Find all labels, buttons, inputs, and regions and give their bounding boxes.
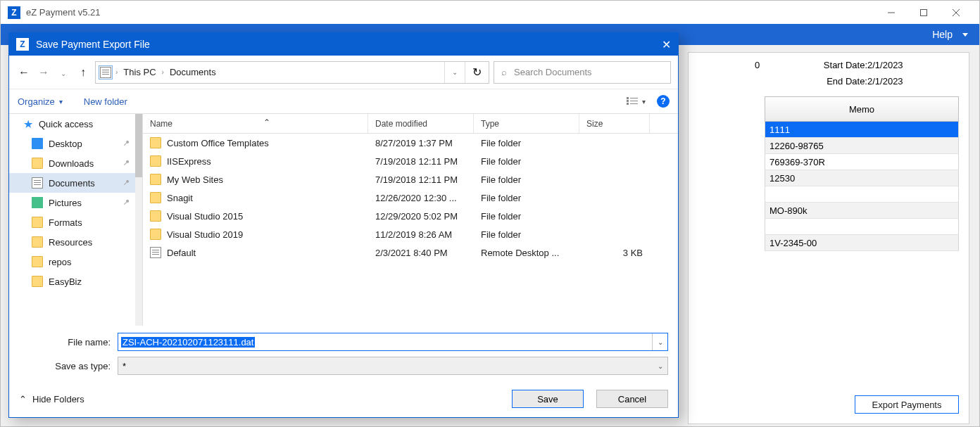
tree-item-label: repos — [49, 257, 72, 267]
file-type: File folder — [474, 193, 579, 203]
tree-item[interactable]: Downloads — [9, 153, 135, 173]
file-row[interactable]: Default2/3/2021 8:40 PMRemote Desktop ..… — [143, 243, 678, 262]
memo-row[interactable]: 12260-98765 — [765, 138, 959, 154]
tree-item[interactable]: Resources — [9, 232, 135, 252]
tree-scrollbar[interactable] — [135, 114, 142, 326]
start-date-value[interactable]: 2/1/2023 — [867, 60, 959, 70]
dialog-close-button[interactable]: ✕ — [662, 38, 671, 51]
file-type: File folder — [474, 229, 579, 240]
tree-item-label: Downloads — [49, 158, 94, 169]
refresh-button[interactable]: ↻ — [465, 62, 489, 83]
dialog-title: Save Payment Export File — [36, 39, 150, 50]
export-payments-button[interactable]: Export Payments — [855, 395, 959, 414]
maximize-button[interactable] — [907, 2, 940, 23]
file-row[interactable]: Visual Studio 201512/29/2020 5:02 PMFile… — [143, 207, 678, 225]
search-input[interactable]: ⌕ Search Documents — [494, 61, 671, 84]
chevron-down-icon: ▾ — [59, 98, 63, 106]
column-date[interactable]: Date modified — [368, 114, 474, 133]
end-date-value[interactable]: 2/1/2023 — [867, 76, 959, 87]
app-title: eZ Payment v5.21 — [26, 7, 875, 18]
breadcrumb-bar[interactable]: › This PC › Documents ⌄ ↻ — [95, 61, 489, 84]
folder-icon — [32, 276, 43, 287]
memo-row[interactable]: 12530 — [765, 170, 959, 186]
minimize-button[interactable] — [875, 2, 907, 23]
save-button[interactable]: Save — [512, 390, 584, 408]
folder-icon — [150, 137, 161, 148]
help-button[interactable]: ? — [657, 95, 670, 108]
file-name: IISExpress — [167, 156, 211, 167]
file-date: 8/27/2019 1:37 PM — [368, 138, 474, 148]
svg-line-17 — [124, 202, 127, 205]
app-logo-icon: Z — [8, 6, 20, 19]
file-date: 7/19/2018 12:11 PM — [368, 174, 474, 185]
tree-item[interactable]: Formats — [9, 212, 135, 232]
file-date: 12/26/2020 12:30 ... — [368, 193, 474, 203]
new-folder-button[interactable]: New folder — [84, 96, 127, 107]
doc-icon — [32, 177, 43, 189]
column-name[interactable]: Name⌃ — [143, 114, 368, 133]
memo-column-header[interactable]: Memo — [765, 96, 959, 122]
memo-row[interactable]: MO-890k — [765, 203, 959, 219]
tree-item-label: Resources — [49, 237, 92, 248]
start-date-label: Start Date: — [776, 60, 867, 70]
help-menu[interactable]: Help — [932, 29, 968, 40]
scrollbar-thumb[interactable] — [135, 114, 142, 177]
cancel-button[interactable]: Cancel — [596, 390, 668, 408]
file-list-header: Name⌃ Date modified Type Size — [143, 114, 678, 134]
file-name: Custom Office Templates — [167, 138, 269, 148]
column-size[interactable]: Size — [579, 114, 650, 133]
tree-item-label: Formats — [49, 217, 82, 228]
chevron-down-icon: ▾ — [642, 98, 646, 106]
memo-row[interactable] — [765, 219, 959, 235]
file-row[interactable]: IISExpress7/19/2018 12:11 PMFile folder — [143, 152, 678, 170]
file-name: Default — [167, 248, 196, 258]
chevron-down-icon — [962, 33, 968, 37]
filename-value: ZSI-ACH-202102071123111.dat — [121, 337, 255, 348]
saveastype-dropdown[interactable]: ⌄ — [658, 362, 663, 370]
hide-folders-button[interactable]: ⌃ Hide Folders — [19, 394, 84, 404]
close-button[interactable] — [940, 2, 972, 23]
tree-item-label: Pictures — [49, 198, 82, 208]
breadcrumb-leaf[interactable]: Documents — [164, 67, 222, 77]
tree-item[interactable]: Desktop — [9, 134, 135, 153]
file-row[interactable]: Snagit12/26/2020 12:30 ...File folder — [143, 189, 678, 207]
organize-menu[interactable]: Organize ▾ — [18, 96, 63, 107]
breadcrumb-dropdown[interactable]: ⌄ — [444, 62, 465, 83]
memo-row[interactable]: 769369-370R — [765, 154, 959, 170]
nav-back-button[interactable]: ← — [16, 66, 32, 79]
memo-row[interactable]: 1V-2345-00 — [765, 235, 959, 251]
quick-access[interactable]: ★ Quick access — [9, 114, 135, 134]
nav-up-button[interactable]: ↑ — [75, 66, 91, 79]
column-type[interactable]: Type — [474, 114, 579, 133]
saveastype-value: * — [122, 361, 126, 371]
tree-item[interactable]: Pictures — [9, 193, 135, 212]
memo-row[interactable] — [765, 186, 959, 203]
file-row[interactable]: Visual Studio 201911/2/2019 8:26 AMFile … — [143, 225, 678, 243]
svg-line-11 — [124, 143, 127, 146]
folder-icon — [150, 192, 161, 203]
folder-icon — [150, 210, 161, 222]
file-row[interactable]: Custom Office Templates8/27/2019 1:37 PM… — [143, 134, 678, 152]
nav-forward-button[interactable]: → — [36, 66, 51, 79]
filename-dropdown[interactable]: ⌄ — [652, 333, 667, 350]
memo-row[interactable]: 1111 — [765, 122, 959, 138]
file-row[interactable]: My Web Sites7/19/2018 12:11 PMFile folde… — [143, 170, 678, 189]
folder-icon — [150, 174, 161, 185]
filename-input[interactable]: ZSI-ACH-202102071123111.dat ⌄ — [118, 333, 668, 351]
nav-recent-button[interactable]: ⌄ — [56, 66, 71, 79]
desk-icon — [32, 138, 43, 149]
tree-item[interactable]: Documents — [9, 173, 135, 193]
breadcrumb-root[interactable]: This PC — [118, 67, 161, 77]
filename-label: File name: — [19, 337, 118, 348]
file-name: Visual Studio 2015 — [167, 211, 243, 222]
dialog-titlebar[interactable]: Z Save Payment Export File ✕ — [9, 33, 678, 56]
dl-icon — [32, 158, 43, 169]
saveastype-input[interactable]: * ⌄ — [118, 357, 668, 375]
view-options-button[interactable]: ▾ — [627, 97, 646, 106]
tree-item[interactable]: repos — [9, 252, 135, 272]
file-type: File folder — [474, 211, 579, 222]
saveastype-label: Save as type: — [19, 361, 118, 371]
folder-tree: ★ Quick access DesktopDownloadsDocuments… — [9, 114, 143, 326]
app-titlebar[interactable]: Z eZ Payment v5.21 — [1, 1, 979, 24]
tree-item[interactable]: EasyBiz — [9, 272, 135, 291]
